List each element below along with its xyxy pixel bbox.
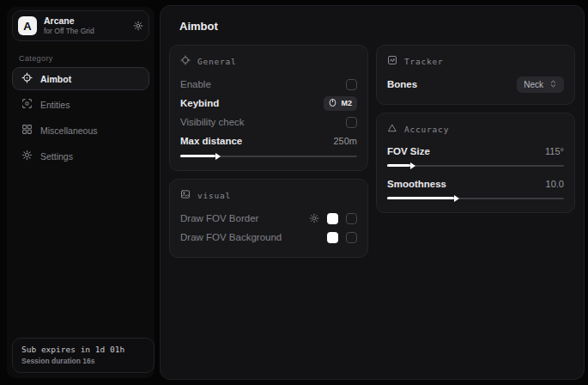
bones-select[interactable]: Neck bbox=[517, 76, 564, 93]
crosshair-icon bbox=[180, 55, 191, 67]
sidebar-item-label: Miscellaneous bbox=[40, 125, 98, 136]
grid-icon bbox=[21, 124, 33, 137]
scan-eye-icon bbox=[21, 98, 33, 111]
page-title: Aimbot bbox=[179, 20, 577, 33]
sidebar: A Arcane for Off The Grid Category Aimbo… bbox=[7, 7, 155, 378]
app-subtitle: for Off The Grid bbox=[44, 27, 126, 36]
panel-title: Accuracy bbox=[404, 125, 449, 134]
visibility-check-row: Visibility check bbox=[180, 113, 357, 131]
slider-fill bbox=[387, 164, 410, 167]
draw-fov-border-row: Draw FOV Border bbox=[180, 209, 357, 228]
triangle-icon bbox=[387, 123, 397, 135]
sidebar-nav: Aimbot Entities Miscellaneous Settings bbox=[12, 67, 149, 168]
session-duration-text: Session duration 16s bbox=[21, 357, 145, 365]
fov-size-value: 115° bbox=[545, 146, 564, 156]
panel-title: visual bbox=[197, 191, 231, 200]
app-logo: A bbox=[18, 16, 37, 35]
smoothness-value: 10.0 bbox=[546, 179, 564, 189]
sidebar-item-settings[interactable]: Settings bbox=[12, 144, 149, 168]
crosshair-icon bbox=[21, 72, 33, 85]
draw-fov-border-checkbox[interactable] bbox=[346, 213, 357, 224]
gear-icon bbox=[21, 150, 33, 162]
panel-accuracy: Accuracy FOV Size 115° bbox=[376, 113, 575, 213]
app-title: Arcane bbox=[44, 15, 126, 27]
fov-size-row: FOV Size 115° bbox=[387, 143, 564, 169]
panel-title: General bbox=[197, 57, 237, 66]
brand-card: A Arcane for Off The Grid bbox=[12, 10, 149, 41]
gear-icon[interactable] bbox=[133, 21, 143, 31]
sidebar-item-label: Settings bbox=[40, 151, 73, 162]
keybind-row: Keybind M2 bbox=[180, 94, 357, 113]
slider-fill bbox=[387, 197, 454, 199]
enable-checkbox[interactable] bbox=[346, 79, 357, 90]
chevrons-up-down-icon bbox=[549, 79, 557, 90]
smoothness-slider[interactable] bbox=[387, 194, 564, 202]
fov-background-color-swatch[interactable] bbox=[327, 232, 338, 243]
max-distance-value: 250m bbox=[333, 136, 357, 146]
gear-icon[interactable] bbox=[309, 213, 319, 223]
max-distance-row: Max distance 250m bbox=[180, 131, 357, 150]
sub-expiry-text: Sub expires in 1d 01h bbox=[21, 345, 145, 354]
main-content: Aimbot General Enable Ke bbox=[160, 5, 585, 380]
bones-row: Bones Neck bbox=[387, 75, 564, 94]
keybind-button[interactable]: M2 bbox=[324, 96, 357, 111]
sidebar-item-aimbot[interactable]: Aimbot bbox=[12, 67, 149, 90]
app-window: A Arcane for Off The Grid Category Aimbo… bbox=[0, 0, 588, 385]
panel-visual: visual Draw FOV Border Draw F bbox=[169, 179, 368, 258]
sidebar-item-entities[interactable]: Entities bbox=[12, 93, 149, 116]
visibility-check-checkbox[interactable] bbox=[346, 117, 357, 128]
subscription-info-card: Sub expires in 1d 01h Session duration 1… bbox=[12, 338, 155, 373]
slider-fill bbox=[180, 155, 215, 157]
enable-row: Enable bbox=[180, 75, 357, 94]
image-icon bbox=[180, 189, 191, 201]
sidebar-item-label: Entities bbox=[40, 100, 70, 110]
smoothness-row: Smoothness 10.0 bbox=[387, 175, 564, 202]
sidebar-item-miscellaneous[interactable]: Miscellaneous bbox=[12, 119, 149, 142]
panel-title: Tracker bbox=[404, 57, 444, 66]
category-label: Category bbox=[19, 54, 53, 63]
fov-size-slider[interactable] bbox=[387, 162, 564, 169]
max-distance-slider[interactable] bbox=[180, 152, 357, 160]
panel-tracker: Tracker Bones Neck bbox=[376, 45, 575, 105]
sidebar-item-label: Aimbot bbox=[40, 74, 71, 84]
mouse-icon bbox=[329, 98, 336, 109]
draw-fov-background-row: Draw FOV Background bbox=[180, 228, 357, 247]
bones-select-value: Neck bbox=[524, 80, 543, 89]
panel-general: General Enable Keybind M2 bbox=[169, 45, 368, 171]
keybind-value: M2 bbox=[341, 99, 352, 107]
activity-icon bbox=[387, 55, 397, 67]
fov-border-color-swatch[interactable] bbox=[327, 213, 338, 224]
draw-fov-background-checkbox[interactable] bbox=[346, 232, 357, 243]
